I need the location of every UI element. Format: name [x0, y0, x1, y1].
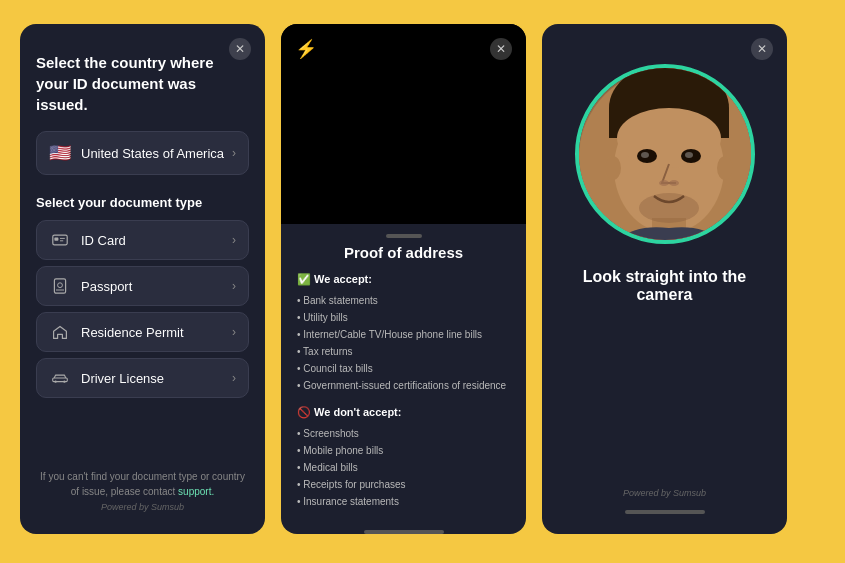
flash-icon[interactable]: ⚡ — [295, 38, 317, 60]
doc-item-driver[interactable]: Driver License › — [36, 358, 249, 398]
camera-instruction: Look straight into the camera — [558, 268, 771, 304]
reject-list: • Screenshots • Mobile phone bills • Med… — [297, 425, 510, 510]
doc-item-passport[interactable]: Passport › — [36, 266, 249, 306]
doc-label-driver: Driver License — [81, 371, 232, 386]
panel-country-document: ✕ Select the country where your ID docum… — [20, 24, 265, 534]
close-button-panel1[interactable]: ✕ — [229, 38, 251, 60]
car-icon — [49, 370, 71, 386]
doc-item-idcard[interactable]: ID Card › — [36, 220, 249, 260]
chevron-right-icon: › — [232, 146, 236, 160]
bottom-bar-panel2 — [364, 530, 444, 534]
country-name: United States of America — [81, 146, 232, 161]
accept-list: • Bank statements • Utility bills • Inte… — [297, 292, 510, 394]
accept-item: • Tax returns — [297, 343, 510, 360]
svg-point-9 — [63, 381, 65, 383]
doc-item-residence[interactable]: Residence Permit › — [36, 312, 249, 352]
chevron-right-icon: › — [232, 279, 236, 293]
accept-item: • Government-issued certifications of re… — [297, 377, 510, 394]
svg-point-17 — [641, 152, 649, 158]
support-link[interactable]: support. — [178, 486, 214, 497]
reject-item: • Screenshots — [297, 425, 510, 442]
svg-point-18 — [685, 152, 693, 158]
panel-camera-face: ✕ — [542, 24, 787, 534]
proof-content: Proof of address ✅ We accept: • Bank sta… — [281, 244, 526, 518]
svg-point-24 — [639, 193, 699, 223]
svg-point-8 — [55, 381, 57, 383]
doc-label-passport: Passport — [81, 279, 232, 294]
powered-by-panel3: Powered by Sumsub — [623, 488, 706, 498]
accept-item: • Utility bills — [297, 309, 510, 326]
reject-label: 🚫 We don't accept: — [297, 406, 510, 419]
panel-proof-of-address: ⚡ ✕ Proof of address ✅ We accept: • Bank… — [281, 24, 526, 534]
chevron-right-icon: › — [232, 233, 236, 247]
panels-container: ✕ Select the country where your ID docum… — [0, 0, 845, 563]
chevron-right-icon: › — [232, 325, 236, 339]
house-icon — [49, 324, 71, 340]
camera-area: ⚡ ✕ — [281, 24, 526, 224]
doc-label-idcard: ID Card — [81, 233, 232, 248]
accept-item: • Bank statements — [297, 292, 510, 309]
document-list: ID Card › Passport › — [36, 220, 249, 398]
reject-item: • Receipts for purchases — [297, 476, 510, 493]
accept-label: ✅ We accept: — [297, 273, 510, 286]
passport-icon — [49, 278, 71, 294]
country-selector[interactable]: 🇺🇸 United States of America › — [36, 131, 249, 175]
drag-handle — [386, 234, 422, 238]
close-button-panel3[interactable]: ✕ — [751, 38, 773, 60]
reject-item: • Mobile phone bills — [297, 442, 510, 459]
svg-point-19 — [659, 180, 669, 186]
reject-item: • Medical bills — [297, 459, 510, 476]
svg-point-5 — [58, 283, 63, 288]
footer-text: If you can't find your document type or … — [36, 469, 249, 499]
proof-title: Proof of address — [297, 244, 510, 261]
panel1-title: Select the country where your ID documen… — [36, 52, 249, 115]
reject-item: • Insurance statements — [297, 493, 510, 510]
accept-item: • Internet/Cable TV/House phone line bil… — [297, 326, 510, 343]
face-circle — [575, 64, 755, 244]
close-button-panel2[interactable]: ✕ — [490, 38, 512, 60]
face-image — [579, 68, 751, 240]
chevron-right-icon: › — [232, 371, 236, 385]
doc-label-residence: Residence Permit — [81, 325, 232, 340]
svg-point-14 — [617, 108, 721, 168]
svg-rect-1 — [54, 238, 58, 241]
document-section-label: Select your document type — [36, 195, 249, 210]
powered-by-panel1: Powered by Sumsub — [36, 501, 249, 515]
svg-point-21 — [605, 156, 621, 180]
accept-item: • Council tax bills — [297, 360, 510, 377]
svg-point-20 — [669, 180, 679, 186]
bottom-bar-panel3 — [625, 510, 705, 514]
panel1-footer: If you can't find your document type or … — [36, 469, 249, 515]
id-card-icon — [49, 232, 71, 248]
svg-point-22 — [717, 156, 733, 180]
svg-rect-4 — [54, 279, 65, 293]
country-flag: 🇺🇸 — [49, 142, 71, 164]
